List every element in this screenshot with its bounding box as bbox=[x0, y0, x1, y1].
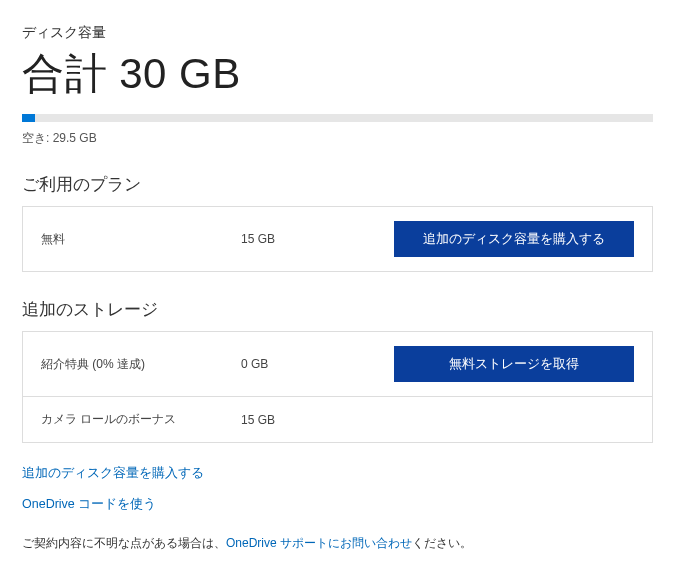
links-block: 追加のディスク容量を購入する OneDrive コードを使う bbox=[22, 465, 653, 513]
plan-table: 無料 15 GB 追加のディスク容量を購入する bbox=[22, 206, 653, 272]
additional-storage-title: 追加のストレージ bbox=[22, 298, 653, 321]
storage-progress-fill bbox=[22, 114, 35, 122]
support-suffix: ください。 bbox=[412, 536, 472, 550]
table-row: カメラ ロールのボーナス 15 GB bbox=[23, 396, 652, 442]
total-storage: 合計 30 GB bbox=[22, 46, 653, 102]
support-prefix: ご契約内容に不明な点がある場合は、 bbox=[22, 536, 226, 550]
disk-capacity-label: ディスク容量 bbox=[22, 24, 653, 42]
storage-progress-bar bbox=[22, 114, 653, 122]
table-row: 紹介特典 (0% 達成) 0 GB 無料ストレージを取得 bbox=[23, 332, 652, 396]
additional-storage-table: 紹介特典 (0% 達成) 0 GB 無料ストレージを取得 カメラ ロールのボーナ… bbox=[22, 331, 653, 443]
plan-section-title: ご利用のプラン bbox=[22, 173, 653, 196]
table-row: 無料 15 GB 追加のディスク容量を購入する bbox=[23, 207, 652, 271]
bonus-size: 0 GB bbox=[241, 357, 361, 371]
support-text: ご契約内容に不明な点がある場合は、OneDrive サポートにお問い合わせくださ… bbox=[22, 535, 653, 552]
get-free-storage-button[interactable]: 無料ストレージを取得 bbox=[394, 346, 634, 382]
use-code-link[interactable]: OneDrive コードを使う bbox=[22, 496, 653, 513]
buy-storage-button[interactable]: 追加のディスク容量を購入する bbox=[394, 221, 634, 257]
bonus-name: カメラ ロールのボーナス bbox=[41, 411, 241, 428]
buy-more-link[interactable]: 追加のディスク容量を購入する bbox=[22, 465, 653, 482]
support-link[interactable]: OneDrive サポートにお問い合わせ bbox=[226, 536, 412, 550]
free-space-text: 空き: 29.5 GB bbox=[22, 130, 653, 147]
bonus-size: 15 GB bbox=[241, 413, 361, 427]
plan-size: 15 GB bbox=[241, 232, 361, 246]
plan-name: 無料 bbox=[41, 231, 241, 248]
bonus-name: 紹介特典 (0% 達成) bbox=[41, 356, 241, 373]
